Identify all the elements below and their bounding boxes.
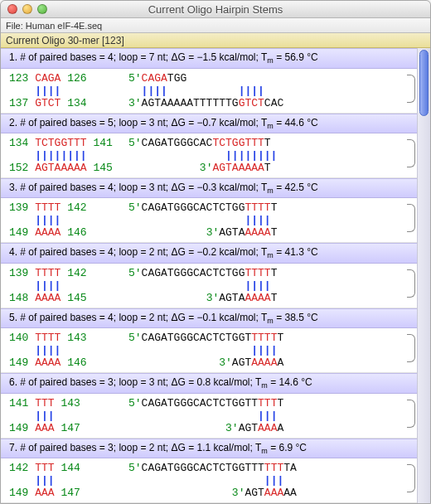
oligo-label: Current Oligo 30-mer [123]: [6, 35, 124, 46]
hairpin-detail: 139 TTTT 142 ||||148 AAAA 1455'CAGATGGGC…: [1, 264, 417, 308]
hairpin-diagram: 5'CAGATGGGCACTCTGGTTTTTT |||| 3'AGTAAAAA: [123, 328, 417, 372]
loop-bracket-icon: [407, 464, 415, 492]
window-title: Current Oligo Hairpin Stems: [1, 3, 430, 16]
loop-bracket-icon: [407, 269, 415, 298]
hairpin-block[interactable]: 3. # of paired bases = 4; loop = 3 nt; Δ…: [1, 178, 417, 243]
hairpin-summary: 1. # of paired bases = 4; loop = 7 nt; Δ…: [1, 48, 417, 68]
loop-bracket-icon: [407, 204, 415, 232]
stem-positions: 139 TTTT 142 ||||149 AAAA 146: [1, 198, 123, 242]
hairpin-block[interactable]: 4. # of paired bases = 4; loop = 2 nt; Δ…: [1, 243, 417, 308]
hairpin-summary: 7. # of paired bases = 3; loop = 2 nt; Δ…: [1, 439, 417, 458]
hairpin-detail: 142 TTT 144 |||149 AAA 1475'CAGATGGGCACT…: [1, 458, 417, 503]
stem-positions: 142 TTT 144 |||149 AAA 147: [1, 458, 123, 502]
scrollbar[interactable]: [417, 48, 430, 503]
hairpin-summary: 3. # of paired bases = 4; loop = 3 nt; Δ…: [1, 178, 417, 198]
hairpin-diagram: 5'CAGATGG |||| ||||3'AGTAAAAATTTTTTGGTCT…: [123, 69, 417, 113]
hairpin-detail: 139 TTTT 142 ||||149 AAAA 1465'CAGATGGGC…: [1, 198, 417, 243]
loop-bracket-icon: [407, 334, 415, 362]
titlebar[interactable]: Current Oligo Hairpin Stems: [1, 1, 430, 18]
hairpin-block[interactable]: 6. # of paired bases = 3; loop = 3 nt; Δ…: [1, 373, 417, 438]
hairpin-diagram: 5'CAGATGGGCACTCTGGTTTTT |||| 3'AGTAAAAAT: [123, 264, 417, 308]
hairpin-block[interactable]: 5. # of paired bases = 4; loop = 2 nt; Δ…: [1, 308, 417, 373]
hairpin-block[interactable]: 7. # of paired bases = 3; loop = 2 nt; Δ…: [1, 439, 417, 503]
hairpin-detail: 123 CAGA 126 ||||137 GTCT 1345'CAGATGG |…: [1, 69, 417, 114]
content-area: 1. # of paired bases = 4; loop = 7 nt; Δ…: [1, 48, 430, 503]
hairpin-detail: 140 TTTT 143 ||||149 AAAA 1465'CAGATGGGC…: [1, 328, 417, 373]
hairpin-diagram: 5'CAGATGGGCACTCTGGTTTT |||||||| 3'AGTAAA…: [123, 133, 417, 177]
hairpin-diagram: 5'CAGATGGGCACTCTGGTTTTTT ||| 3'AGTAAAAA: [123, 394, 417, 438]
scrollbar-thumb[interactable]: [419, 50, 429, 116]
hairpin-summary: 5. # of paired bases = 4; loop = 2 nt; Δ…: [1, 308, 417, 328]
hairpin-detail: 134 TCTGGTTT 141 ||||||||152 AGTAAAAA 14…: [1, 133, 417, 178]
hairpin-summary: 6. # of paired bases = 3; loop = 3 nt; Δ…: [1, 373, 417, 393]
loop-bracket-icon: [407, 139, 415, 167]
stem-positions: 140 TTTT 143 ||||149 AAAA 146: [1, 328, 123, 372]
stem-positions: 139 TTTT 142 ||||148 AAAA 145: [1, 264, 123, 308]
hairpin-summary: 4. # of paired bases = 4; loop = 2 nt; Δ…: [1, 243, 417, 263]
hairpin-diagram: 5'CAGATGGGCACTCTGGTTTTT |||| 3'AGTAAAAAT…: [123, 198, 417, 242]
result-list[interactable]: 1. # of paired bases = 4; loop = 7 nt; Δ…: [1, 48, 417, 503]
window: Current Oligo Hairpin Stems File: Human …: [0, 0, 431, 504]
hairpin-block[interactable]: 2. # of paired bases = 5; loop = 3 nt; Δ…: [1, 114, 417, 178]
hairpin-detail: 141 TTT 143 |||149 AAA 1475'CAGATGGGCACT…: [1, 394, 417, 439]
file-label: File: Human eIF-4E.seq: [6, 21, 102, 31]
hairpin-block[interactable]: 1. # of paired bases = 4; loop = 7 nt; Δ…: [1, 48, 417, 113]
loop-bracket-icon: [407, 400, 415, 428]
stem-positions: 134 TCTGGTTT 141 ||||||||152 AGTAAAAA 14…: [1, 133, 123, 177]
stem-positions: 123 CAGA 126 ||||137 GTCT 134: [1, 69, 123, 113]
hairpin-summary: 2. # of paired bases = 5; loop = 3 nt; Δ…: [1, 114, 417, 133]
file-bar: File: Human eIF-4E.seq: [1, 18, 430, 33]
hairpin-diagram: 5'CAGATGGGCACTCTGGTTTTTTTA ||| 3'AGTAAAA…: [123, 458, 417, 502]
loop-bracket-icon: [407, 75, 415, 103]
stem-positions: 141 TTT 143 |||149 AAA 147: [1, 394, 123, 438]
oligo-bar: Current Oligo 30-mer [123]: [1, 33, 430, 48]
